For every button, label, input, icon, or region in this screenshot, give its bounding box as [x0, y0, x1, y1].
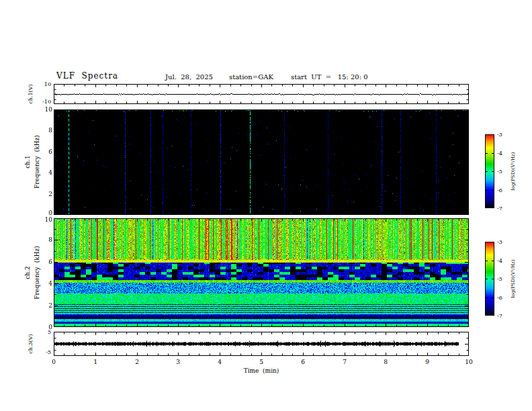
y-tick-label: 8 — [34, 236, 52, 243]
colorbar-2 — [485, 242, 494, 316]
ch1-waveform-panel — [54, 84, 469, 104]
plot-date: Jul. 28, 2025 — [165, 73, 213, 81]
x-tick-label: 4 — [210, 359, 230, 365]
spec1-frequency-label: Frequency (kHz) — [34, 135, 40, 188]
ch2-spectrogram-panel — [54, 218, 469, 327]
colorbar2-label: log(PSD)(V²/Hz) — [511, 260, 516, 298]
x-tick-label: 10 — [459, 359, 479, 365]
ch3-waveform-panel — [54, 332, 469, 356]
colorbar1-label: log(PSD)(V²/Hz) — [511, 152, 516, 191]
colorbar-tick-label: -4 — [497, 258, 502, 265]
colorbar-tick-label: -4 — [497, 150, 502, 157]
y-tick-label: 0 — [34, 324, 52, 330]
ch1v-ymin-label: -10 — [34, 99, 51, 105]
colorbar-tick-label: -6 — [497, 295, 502, 302]
colorbar-tick-label: -5 — [497, 169, 502, 175]
ch1-spectrogram-panel — [54, 109, 469, 215]
y-tick-label: 0 — [34, 210, 52, 216]
colorbar-tick-label: -5 — [497, 276, 502, 283]
x-tick-label: 3 — [168, 359, 188, 365]
colorbar-tick-label: -3 — [497, 239, 502, 246]
colorbar-1 — [485, 134, 494, 208]
y-tick-label: 2 — [34, 302, 52, 309]
vlf-spectra-plot: VLF Spectra Jul. 28, 2025 station=GAK st… — [0, 0, 532, 411]
y-tick-label: 4 — [34, 169, 52, 176]
time-axis-label: Time (min) — [228, 367, 295, 374]
x-tick-label: 5 — [251, 359, 271, 365]
y-tick-label: 10 — [34, 106, 52, 113]
x-tick-label: 0 — [44, 359, 64, 365]
x-tick-label: 9 — [417, 359, 437, 365]
ch3v-axis-label: ch.3(V) — [28, 334, 34, 353]
ch3v-ymin-label: -5 — [34, 349, 51, 356]
spec2-channel-label: ch.2 — [24, 266, 31, 279]
y-tick-label: 6 — [34, 148, 52, 155]
x-tick-label: 6 — [293, 359, 313, 365]
x-tick-label: 7 — [335, 359, 355, 365]
plot-title: VLF Spectra — [56, 71, 118, 81]
colorbar-tick-label: -6 — [497, 187, 502, 194]
colorbar-tick-label: -7 — [497, 205, 502, 212]
plot-station: station=GAK — [229, 73, 273, 81]
ch1v-ymax-label: 10 — [34, 81, 51, 88]
y-tick-label: 4 — [34, 280, 52, 287]
y-tick-label: 6 — [34, 259, 52, 265]
x-tick-label: 1 — [85, 359, 105, 365]
spec2-frequency-label: Frequency (kHz) — [34, 246, 40, 299]
x-tick-label: 8 — [375, 359, 396, 365]
x-tick-label: 2 — [127, 359, 147, 365]
y-tick-label: 10 — [34, 216, 52, 223]
y-tick-label: 2 — [34, 191, 52, 197]
plot-start-ut: start UT = 15: 20: 0 — [291, 73, 368, 81]
ch1v-axis-label: ch.1(V) — [28, 84, 34, 103]
colorbar-tick-label: -3 — [497, 132, 502, 138]
y-tick-label: 8 — [34, 127, 52, 134]
spec1-channel-label: ch.1 — [24, 155, 31, 168]
colorbar-tick-label: -7 — [497, 313, 502, 320]
